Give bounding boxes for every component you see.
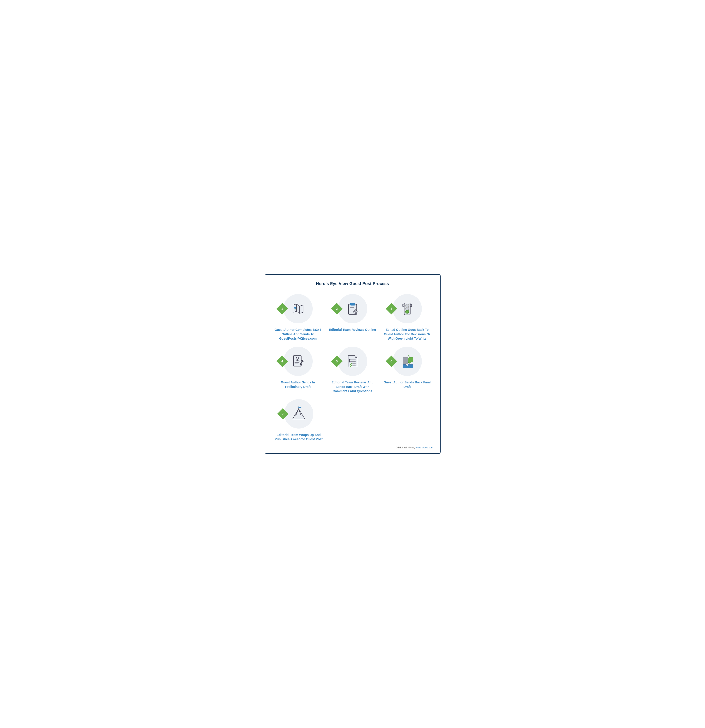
step-3-label: Edited Outline Goes Back To Guest Author…	[382, 328, 432, 341]
step-2-icon-area: 2	[337, 293, 368, 325]
traffic-light-icon	[399, 300, 415, 317]
steps-row-1: 1	[272, 293, 433, 341]
footer-text: © Michael Kitces,	[396, 446, 415, 449]
step-3-number: 3	[391, 307, 392, 311]
step-1: 1	[272, 293, 324, 341]
step-1-number: 1	[281, 307, 283, 311]
step-5-label: Editorial Team Reviews And Sends Back Dr…	[328, 380, 378, 394]
step-2: 2	[326, 293, 379, 341]
main-card: Nerd's Eye View Guest Post Process 1	[265, 274, 441, 454]
svg-point-15	[405, 307, 409, 310]
footer: © Michael Kitces, www.kitces.com	[272, 446, 433, 449]
step-7-number: 7	[282, 412, 284, 416]
step-2-number: 2	[336, 307, 338, 311]
steps-row-2: 4	[272, 345, 433, 394]
step-5-icon-area: 5	[337, 345, 368, 377]
map-icon	[290, 300, 306, 317]
svg-point-16	[405, 310, 409, 313]
step-7: 7	[272, 398, 326, 442]
step-3: 3	[381, 293, 433, 341]
svg-marker-36	[299, 407, 301, 408]
draft-icon	[290, 353, 306, 370]
svg-rect-17	[403, 304, 404, 307]
puzzle-icon	[399, 353, 415, 370]
page-title: Nerd's Eye View Guest Post Process	[272, 282, 433, 286]
svg-point-7	[353, 310, 357, 313]
clipboard-gear-icon	[345, 300, 361, 317]
step-1-icon-area: 1	[282, 293, 314, 325]
svg-marker-32	[293, 409, 305, 419]
mountain-icon	[291, 406, 307, 422]
step-1-label: Guest Author Completes 3x3x3 Outline And…	[273, 328, 323, 341]
review-icon	[345, 353, 361, 370]
svg-rect-4	[350, 303, 355, 305]
svg-point-14	[405, 304, 409, 307]
svg-point-26	[349, 359, 350, 360]
svg-point-2	[294, 307, 296, 309]
step-4: 4	[272, 345, 324, 394]
footer-link[interactable]: www.kitces.com	[415, 446, 433, 449]
step-7-icon-area: 7	[283, 398, 314, 430]
step-4-icon-area: 4	[282, 345, 314, 377]
step-2-label: Editorial Team Reviews Outline	[329, 328, 376, 332]
step-4-number: 4	[281, 360, 283, 363]
step-6-number: 6	[391, 360, 392, 363]
step-6-icon-area: 6	[391, 345, 423, 377]
step-7-label: Editorial Team Wraps Up And Publishes Aw…	[274, 433, 323, 442]
svg-point-28	[349, 361, 350, 362]
step-3-icon-area: 3	[391, 293, 423, 325]
svg-rect-18	[410, 304, 411, 307]
step-6-label: Guest Author Sends Back Final Draft	[382, 380, 432, 389]
step-5-number: 5	[336, 360, 338, 363]
step-6: 6 Guest Aut	[381, 345, 433, 394]
step-4-label: Guest Author Sends In Preliminary Draft	[273, 380, 323, 389]
step-5: 5	[326, 345, 379, 394]
